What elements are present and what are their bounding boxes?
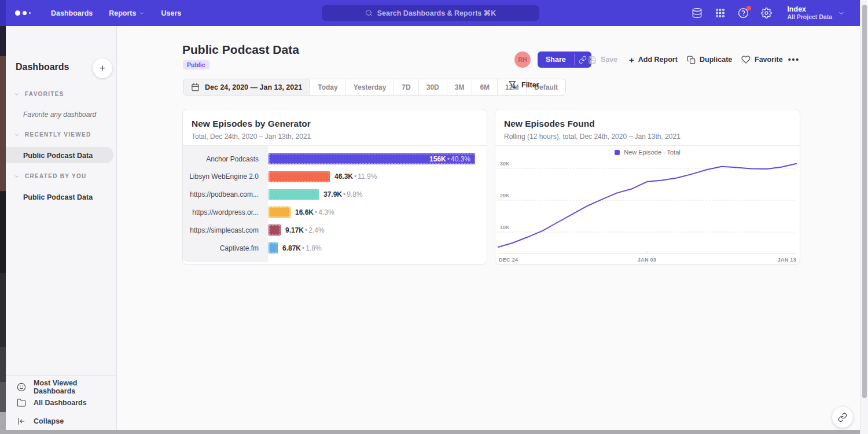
date-preset-3m[interactable]: 3M: [447, 79, 473, 95]
bar-row-2[interactable]: https://podbean.com...37.9K•9.8%: [183, 186, 487, 204]
sidebar-section-created-by-you[interactable]: CREATED BY YOU: [14, 173, 87, 179]
sidebar-footer-divider: [6, 375, 116, 376]
search-icon: [365, 9, 373, 17]
help-icon[interactable]: [737, 7, 749, 19]
chevron-down-icon: [139, 10, 145, 16]
chevron-down-icon: [838, 10, 845, 17]
scrollbar-track[interactable]: [860, 0, 868, 434]
bar-category-label: https://podbean.com...: [183, 190, 268, 198]
scrollbar-thumb[interactable]: [862, 5, 867, 398]
top-nav: Dashboards Reports Users Search Dashboar…: [0, 0, 860, 26]
date-preset-6m[interactable]: 6M: [472, 79, 498, 95]
line-chart[interactable]: 30K20K10KDEC 24JAN 03JAN 13: [498, 157, 799, 264]
duplicate-button[interactable]: Duplicate: [687, 52, 732, 68]
sidebar-section-recently-viewed[interactable]: RECENTLY VIEWED: [14, 131, 91, 138]
nav-item-reports[interactable]: Reports: [109, 9, 145, 17]
x-tick-label: JAN 13: [778, 257, 796, 263]
sidebar-item-label[interactable]: Public Podcast Data: [23, 193, 93, 201]
project-switcher[interactable]: Index All Project Data: [787, 5, 845, 21]
nav-item-label: Reports: [109, 9, 136, 17]
date-preset-today[interactable]: Today: [310, 79, 345, 95]
bar-segment[interactable]: [269, 207, 290, 218]
data-management-icon[interactable]: [691, 7, 703, 19]
bar-row-5[interactable]: Captivate.fm6.87K•1.8%: [183, 239, 487, 257]
add-report-label: Add Report: [638, 56, 678, 64]
save-label: Save: [601, 56, 617, 64]
duplicate-label: Duplicate: [700, 56, 732, 64]
duplicate-icon: [687, 56, 696, 64]
sidebar-collapse-button[interactable]: Collapse: [17, 417, 64, 426]
bar-segment[interactable]: [269, 242, 278, 253]
notification-dot: [746, 6, 751, 10]
nav-item-users[interactable]: Users: [161, 9, 181, 17]
save-button[interactable]: Save: [588, 52, 617, 68]
filter-button[interactable]: Filter: [508, 80, 539, 89]
add-dashboard-button[interactable]: +: [93, 58, 112, 78]
plus-icon: +: [629, 56, 634, 64]
bar-chart[interactable]: Anchor Podcasts156K•40.3%Libsyn WebEngin…: [183, 146, 487, 262]
sidebar-title: Dashboards: [16, 62, 69, 72]
bar-value-label: 6.87K•1.8%: [282, 244, 322, 252]
sidebar-item-label[interactable]: Public Podcast Data: [23, 152, 93, 160]
bar-segment[interactable]: [269, 171, 330, 182]
apps-grid-icon[interactable]: [714, 7, 726, 19]
link-icon: [579, 56, 587, 64]
date-preset-30d[interactable]: 30D: [419, 79, 447, 95]
ellipsis-icon: [788, 56, 799, 64]
settings-gear-icon[interactable]: [760, 7, 773, 19]
more-options-button[interactable]: [788, 52, 799, 68]
legend-label: New Episode - Total: [624, 149, 681, 156]
section-label: CREATED BY YOU: [25, 173, 87, 179]
nav-item-label: Users: [161, 9, 181, 17]
share-label: Share: [546, 56, 566, 64]
share-button[interactable]: Share: [538, 52, 574, 68]
card-divider: [495, 145, 800, 146]
mixpanel-logo-icon[interactable]: [15, 10, 35, 16]
filter-label: Filter: [521, 81, 539, 89]
folder-icon: [17, 398, 26, 407]
y-tick-label: 10K: [500, 225, 510, 230]
smiley-icon: [17, 382, 26, 392]
line-series-new-episode-total[interactable]: [498, 164, 796, 248]
public-badge: Public: [183, 60, 209, 69]
favorite-button[interactable]: Favorite: [741, 52, 783, 68]
date-range-label: Dec 24, 2020 — Jan 13, 2021: [205, 83, 302, 91]
add-report-button[interactable]: + Add Report: [629, 52, 678, 68]
link-icon: [838, 413, 847, 422]
bar-category-label: https://wordpress.or...: [183, 208, 268, 216]
bar-track: 156K•40.3%: [269, 153, 487, 164]
calendar-icon: [191, 83, 200, 91]
share-button-group: Share: [538, 52, 591, 68]
y-tick-label: 30K: [500, 161, 510, 167]
avatar[interactable]: RH: [514, 52, 531, 68]
window-edge-artifact: [0, 0, 6, 434]
footer-item-label: All Dashboards: [34, 399, 87, 407]
x-tick-label: DEC 24: [499, 257, 518, 263]
floating-link-button[interactable]: [832, 407, 853, 428]
bar-segment[interactable]: 156K•40.3%: [269, 153, 475, 164]
search-input[interactable]: Search Dashboards & Reports ⌘K: [322, 5, 539, 21]
date-preset-yesterday[interactable]: Yesterday: [346, 79, 395, 95]
sidebar-item-all-dashboards[interactable]: All Dashboards: [17, 398, 87, 407]
sidebar: Dashboards + FAVORITES Favorite any dash…: [6, 26, 117, 434]
bar-segment[interactable]: [269, 189, 319, 200]
sidebar-item-most-viewed[interactable]: Most Viewed Dashboards: [17, 379, 116, 395]
bar-segment[interactable]: [269, 225, 281, 236]
bar-track: 9.17K•2.4%: [269, 225, 487, 236]
nav-item-dashboards[interactable]: Dashboards: [51, 9, 93, 17]
date-range-picker[interactable]: Dec 24, 2020 — Jan 13, 2021: [183, 79, 310, 95]
card-new-episodes-by-generator: New Episodes by Generator Total, Dec 24t…: [182, 109, 487, 265]
chevron-down-icon: [14, 132, 20, 138]
card-new-episodes-found: New Episodes Found Rolling (12 hours), t…: [495, 109, 800, 265]
chevron-down-icon: [14, 91, 20, 97]
bar-row-3[interactable]: https://wordpress.or...16.6K•4.3%: [183, 203, 487, 221]
bar-row-0[interactable]: Anchor Podcasts156K•40.3%: [183, 150, 487, 168]
date-preset-7d[interactable]: 7D: [394, 79, 418, 95]
nav-right-cluster: Index All Project Data: [691, 0, 845, 26]
sidebar-section-favorites[interactable]: FAVORITES: [14, 91, 64, 97]
bar-category-label: Anchor Podcasts: [183, 155, 268, 163]
bar-row-4[interactable]: https://simplecast.com9.17K•2.4%: [183, 221, 487, 239]
bar-row-1[interactable]: Libsyn WebEngine 2.046.3K•11.9%: [183, 168, 487, 186]
legend-new-episode-total[interactable]: New Episode - Total: [495, 149, 800, 156]
bar-track: 37.9K•9.8%: [269, 189, 487, 200]
